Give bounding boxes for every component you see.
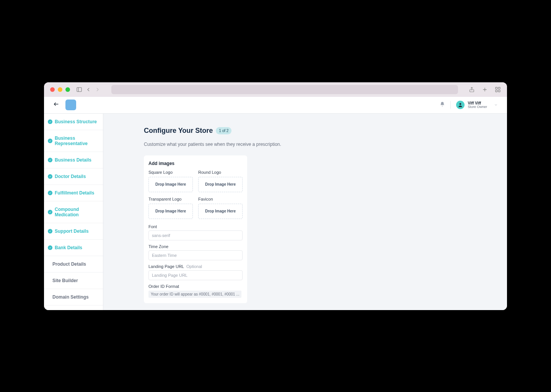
check-circle-icon [48,210,52,214]
svg-rect-0 [77,87,82,91]
image-upload-label: Round Logo [198,170,243,175]
add-images-title: Add images [148,161,243,166]
check-circle-icon [48,139,52,143]
upload-favicon: FaviconDrop Image Here [198,197,243,219]
landing-label: Landing Page URL [148,264,184,269]
sidebar-item-label: Compound Medication [55,207,99,217]
orderid-label: Order ID Format [148,284,243,289]
page-title: Configure Your Store 1 of 2 [144,127,231,135]
check-circle-icon [48,191,52,195]
font-label: Font [148,224,243,229]
main-content: Configure Your Store 1 of 2 Customize wh… [103,114,507,310]
app-logo [65,100,76,110]
check-circle-icon [48,119,52,124]
page-title-text: Configure Your Store [144,127,213,135]
sidebar-item-doctor-details[interactable]: Doctor Details [44,168,103,185]
orderid-hint: Your order ID will appear as #0001, #000… [148,291,241,298]
svg-rect-6 [498,87,500,89]
sidebar: Business StructureBusiness Representativ… [44,114,103,310]
share-icon[interactable] [469,87,475,93]
landing-optional: Optional [186,264,202,269]
sidebar-item-label: Site Builder [52,278,78,283]
upload-square-logo: Square LogoDrop Image Here [148,170,193,192]
sidebar-item-label: Bank Details [55,245,82,250]
window-maximize-button[interactable] [65,87,70,92]
nav-back-icon[interactable] [85,87,91,93]
step-badge: 1 of 2 [216,127,231,134]
window-close-button[interactable] [50,87,55,92]
timezone-input[interactable] [148,250,243,260]
app-header: Viff Viff Store Owner [44,97,507,114]
sidebar-item-business-details[interactable]: Business Details [44,152,103,168]
chevron-down-icon [494,101,498,108]
sidebar-item-business-representative[interactable]: Business Representative [44,130,103,152]
landing-input[interactable] [148,270,243,280]
image-upload-label: Transparent Logo [148,197,193,201]
traffic-lights [50,87,70,92]
user-name: Viff Viff [468,101,487,105]
user-role: Store Owner [468,105,487,109]
font-input[interactable] [148,230,243,240]
user-menu[interactable]: Viff Viff Store Owner [456,101,498,109]
image-upload-label: Square Logo [148,170,193,175]
browser-chrome [44,82,507,97]
sidebar-item-label: Fulfillment Details [55,190,94,196]
page-subtitle: Customize what your patients see when th… [144,142,507,147]
sidebar-item-domain-settings[interactable]: Domain Settings [44,289,103,305]
app-content: Viff Viff Store Owner Business Structure… [44,97,507,310]
back-arrow-icon[interactable] [53,101,59,109]
nav-forward-icon[interactable] [95,87,101,93]
tabs-grid-icon[interactable] [495,87,501,93]
browser-window: Viff Viff Store Owner Business Structure… [44,82,507,310]
sidebar-item-business-structure[interactable]: Business Structure [44,114,103,130]
timezone-label: Time Zone [148,244,243,249]
sidebar-item-label: Domain Settings [52,294,89,300]
dropzone[interactable]: Drop Image Here [198,204,243,219]
svg-rect-5 [496,87,497,89]
sidebar-item-label: Business Representative [55,136,99,146]
sidebar-item-label: Product Details [52,261,86,267]
upload-round-logo: Round LogoDrop Image Here [198,170,243,192]
sidebar-item-bank-details[interactable]: Bank Details [44,240,103,256]
url-bar[interactable] [111,85,458,94]
notifications-icon[interactable] [440,101,445,108]
new-tab-icon[interactable] [482,87,488,93]
sidebar-item-label: Support Details [55,229,89,234]
dropzone[interactable]: Drop Image Here [148,177,193,192]
svg-rect-8 [498,90,500,92]
check-circle-icon [48,229,52,234]
sidebar-item-product-details[interactable]: Product Details [44,256,103,273]
form-card: Add images Square LogoDrop Image HereRou… [144,155,247,303]
dropzone[interactable]: Drop Image Here [148,204,193,219]
sidebar-item-compound-medication[interactable]: Compound Medication [44,201,103,223]
check-circle-icon [48,174,52,179]
sidebar-item-support-details[interactable]: Support Details [44,223,103,240]
window-minimize-button[interactable] [58,87,62,92]
check-circle-icon [48,158,52,162]
sidebar-toggle-icon[interactable] [76,87,82,93]
check-circle-icon [48,245,52,250]
avatar [456,101,465,109]
sidebar-item-site-builder[interactable]: Site Builder [44,273,103,289]
svg-point-10 [460,103,461,105]
sidebar-item-label: Doctor Details [55,174,86,179]
sidebar-item-label: Business Structure [55,119,97,124]
header-divider [450,101,451,109]
sidebar-item-label: Business Details [55,157,91,163]
svg-rect-7 [496,90,497,92]
sidebar-item-fulfillment-details[interactable]: Fulfillment Details [44,185,103,201]
upload-transparent-logo: Transparent LogoDrop Image Here [148,197,193,219]
image-upload-label: Favicon [198,197,243,201]
dropzone[interactable]: Drop Image Here [198,177,243,192]
